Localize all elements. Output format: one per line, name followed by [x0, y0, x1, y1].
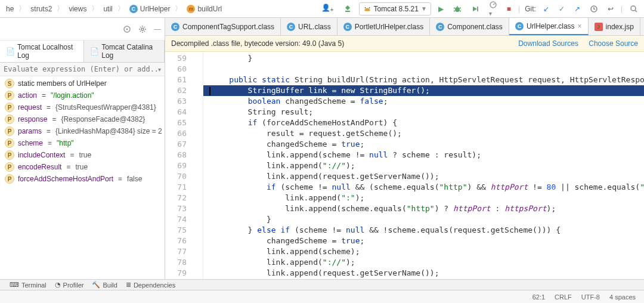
stop-button[interactable]: ■	[504, 4, 513, 14]
target-icon[interactable]	[123, 25, 131, 33]
evaluate-expression-input[interactable]	[4, 65, 158, 73]
code-line[interactable]: link.append(scheme.equals("http") ? http…	[203, 203, 644, 214]
tool-build[interactable]: 🔨Build	[92, 281, 117, 289]
crumb[interactable]: CUrlHelper	[127, 4, 173, 14]
profiler-button[interactable]: ▾	[487, 0, 500, 18]
choose-source-link[interactable]: Choose Source	[589, 39, 638, 48]
code-line[interactable]: link.append(":");	[203, 193, 644, 203]
code-line[interactable]: boolean changedScheme = false;	[203, 96, 644, 107]
line-number[interactable]: 77	[165, 246, 194, 257]
code-line[interactable]: result = request.getScheme();	[203, 128, 644, 139]
variable-row[interactable]: Prequest = {StrutsRequestWrapper@4381}	[0, 101, 165, 113]
gear-icon[interactable]	[138, 25, 147, 33]
file-encoding[interactable]: UTF-8	[581, 293, 600, 301]
line-number[interactable]: 62	[165, 85, 194, 96]
code-content[interactable]: } public static String buildUrl(String a…	[203, 52, 644, 279]
tab-localhost-log[interactable]: 📄Tomcat Localhost Log	[0, 41, 84, 62]
editor-tab[interactable]: CDispatche	[640, 18, 644, 35]
variable-row[interactable]: PincludeContext = true	[0, 149, 165, 161]
line-number[interactable]: 69	[165, 160, 194, 171]
run-config-selector[interactable]: Tomcat 8.5.21 ▼	[359, 2, 431, 16]
crumb[interactable]: struts2	[28, 4, 54, 14]
code-line[interactable]: } else if (scheme != null && !scheme.equ…	[203, 225, 644, 236]
line-number[interactable]: 63	[165, 96, 194, 107]
code-editor[interactable]: 5960616263646566676869707172737475767778…	[165, 52, 644, 279]
breadcrumb[interactable]: he〉 struts2〉 views〉 util〉 CUrlHelper〉 mb…	[4, 4, 224, 14]
code-line[interactable]: link.append(request.getServerName());	[203, 171, 644, 182]
line-number[interactable]: 66	[165, 128, 194, 139]
line-number[interactable]: 64	[165, 107, 194, 118]
variable-row[interactable]: PencodeResult = true	[0, 161, 165, 173]
line-number[interactable]: 75	[165, 225, 194, 236]
git-commit-icon[interactable]: ✓	[556, 4, 567, 14]
code-line[interactable]: link.append(scheme);	[203, 246, 644, 257]
editor-tab[interactable]: CUrlHelper.class×	[509, 18, 589, 35]
variable-row[interactable]: Pparams = {LinkedHashMap@4384} size = 2	[0, 125, 165, 137]
download-sources-link[interactable]: Download Sources	[518, 39, 578, 48]
variable-row[interactable]: Paction = "/login.action"	[0, 89, 165, 101]
code-line[interactable]: changedScheme = true;	[203, 139, 644, 150]
editor-tab[interactable]: CPortletUrlHelper.class	[338, 18, 430, 35]
line-number[interactable]: 70	[165, 171, 194, 182]
debug-button[interactable]	[451, 4, 464, 14]
variable-row[interactable]: PforceAddSchemeHostAndPort = false	[0, 173, 165, 185]
tool-dependencies[interactable]: ≣Dependencies	[126, 281, 175, 289]
variables-list[interactable]: Sstatic members of UrlHelperPaction = "/…	[0, 76, 165, 279]
crumb[interactable]: he	[4, 4, 16, 14]
editor-tab[interactable]: CComponent.class	[430, 18, 509, 35]
variable-row[interactable]: Presponse = {ResponseFacade@4382}	[0, 113, 165, 125]
line-number[interactable]: 65	[165, 118, 194, 128]
caret-position[interactable]: 62:1	[532, 293, 545, 301]
line-number[interactable]: 68	[165, 150, 194, 160]
line-number[interactable]: 71	[165, 182, 194, 193]
code-line[interactable]: }	[203, 214, 644, 225]
run-coverage-button[interactable]	[469, 4, 482, 14]
variable-row[interactable]: Pscheme = "http"	[0, 137, 165, 149]
build-icon[interactable]	[341, 4, 354, 14]
line-number[interactable]: 74	[165, 214, 194, 225]
code-line[interactable]: changedScheme = true;	[203, 236, 644, 246]
close-icon[interactable]: ×	[578, 22, 582, 30]
code-line[interactable]: }	[203, 53, 644, 64]
code-line[interactable]: String result;	[203, 107, 644, 118]
minimize-icon[interactable]: —	[154, 25, 161, 33]
run-button[interactable]: ▶	[436, 4, 446, 14]
code-line[interactable]: link.append("://");	[203, 257, 644, 268]
code-line[interactable]	[203, 64, 644, 75]
line-number[interactable]: 76	[165, 236, 194, 246]
crumb[interactable]: mbuildUrl	[184, 4, 224, 14]
code-line[interactable]: link.append("://");	[203, 160, 644, 171]
variable-row[interactable]: Sstatic members of UrlHelper	[0, 78, 165, 89]
git-push-icon[interactable]: ↗	[572, 4, 583, 14]
editor-tab[interactable]: Jindex.jsp	[589, 18, 640, 35]
tool-profiler[interactable]: ◔Profiler	[55, 281, 84, 289]
chevron-down-icon[interactable]: ▾	[158, 66, 161, 73]
git-history-icon[interactable]	[587, 4, 600, 14]
tab-catalina-log[interactable]: 📄Tomcat Catalina Log	[84, 41, 165, 62]
search-icon[interactable]	[627, 4, 640, 14]
add-user-icon[interactable]: 👤+	[319, 2, 336, 14]
code-line[interactable]: public static String buildUrl(String act…	[203, 75, 644, 85]
code-line[interactable]: link.append(scheme != null ? scheme : re…	[203, 150, 644, 160]
line-number[interactable]: 78	[165, 257, 194, 268]
code-line[interactable]: StringBuffer link = new StringBuffer();	[203, 85, 644, 96]
crumb[interactable]: views	[66, 4, 89, 14]
git-update-icon[interactable]: ↙	[541, 4, 552, 14]
git-rollback-icon[interactable]: ↩	[605, 4, 616, 14]
line-number[interactable]: 73	[165, 203, 194, 214]
editor-tab[interactable]: CComponentTagSupport.class	[165, 18, 281, 35]
tool-terminal[interactable]: ⌨Terminal	[10, 281, 47, 289]
line-number[interactable]: 67	[165, 139, 194, 150]
indent-setting[interactable]: 4 spaces	[609, 293, 636, 301]
line-number[interactable]: 60	[165, 64, 194, 75]
editor-tab[interactable]: CURL.class	[281, 18, 338, 35]
line-number[interactable]: 79	[165, 268, 194, 279]
code-line[interactable]: link.append(request.getServerName());	[203, 268, 644, 279]
code-line[interactable]: if (scheme != null && (scheme.equals("ht…	[203, 182, 644, 193]
line-number[interactable]: 59	[165, 53, 194, 64]
line-number[interactable]: 72	[165, 193, 194, 203]
line-number[interactable]: 61	[165, 75, 194, 85]
line-separator[interactable]: CRLF	[555, 293, 572, 301]
code-line[interactable]: if (forceAddSchemeHostAndPort) {	[203, 118, 644, 128]
crumb[interactable]: util	[101, 4, 114, 14]
